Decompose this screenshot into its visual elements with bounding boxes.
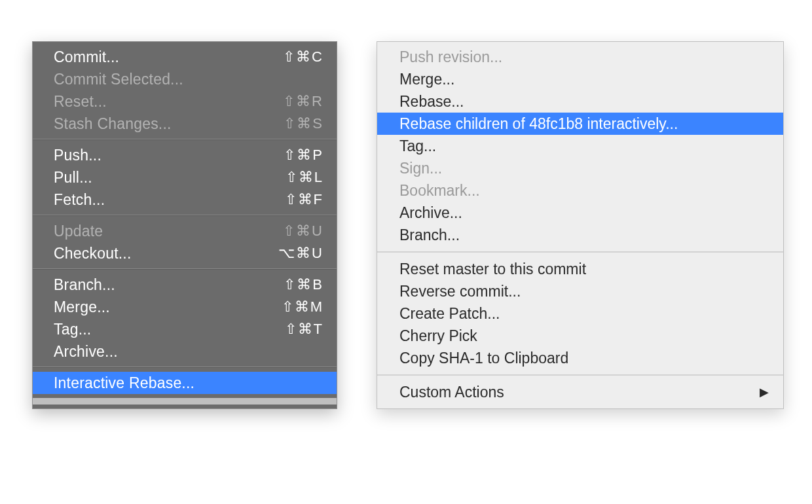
context-item-merge[interactable]: Merge... <box>377 68 783 90</box>
menu-item-label: Fetch... <box>54 191 105 209</box>
menu-item-label: Interactive Rebase... <box>54 374 194 392</box>
context-item-tag[interactable]: Tag... <box>377 135 783 157</box>
context-item-push-revision: Push revision... <box>377 46 783 68</box>
menu-item-push[interactable]: Push... ⇧⌘P <box>33 144 337 166</box>
context-item-custom-actions[interactable]: Custom Actions ▶ <box>377 381 783 403</box>
context-item-reset-master[interactable]: Reset master to this commit <box>377 258 783 280</box>
menu-item-label: Merge... <box>54 298 110 316</box>
context-item-rebase[interactable]: Rebase... <box>377 90 783 113</box>
menu-item-shortcut: ⇧⌘S <box>284 115 323 132</box>
menu-item-update: Update ⇧⌘U <box>33 220 337 242</box>
menu-item-label: Archive... <box>399 204 462 222</box>
menu-item-tag[interactable]: Tag... ⇧⌘T <box>33 318 337 340</box>
menu-item-label: Bookmark... <box>399 182 480 200</box>
menu-item-label: Merge... <box>399 71 454 88</box>
context-item-sign: Sign... <box>377 157 783 179</box>
menu-item-commit[interactable]: Commit... ⇧⌘C <box>33 46 337 68</box>
menu-item-label: Rebase... <box>399 93 464 111</box>
menu-item-label: Tag... <box>399 137 436 155</box>
menu-item-label: Copy SHA-1 to Clipboard <box>399 350 568 367</box>
menu-item-label: Update <box>54 223 103 240</box>
context-item-bookmark: Bookmark... <box>377 179 783 202</box>
context-item-reverse-commit[interactable]: Reverse commit... <box>377 280 783 302</box>
menu-footer-strip <box>33 398 337 405</box>
menu-item-shortcut: ⌥⌘U <box>278 245 323 262</box>
menu-item-label: Create Patch... <box>399 305 500 323</box>
menu-item-shortcut: ⇧⌘F <box>285 191 323 208</box>
menu-item-merge[interactable]: Merge... ⇧⌘M <box>33 296 337 318</box>
context-item-cherry-pick[interactable]: Cherry Pick <box>377 325 783 347</box>
menu-item-checkout[interactable]: Checkout... ⌥⌘U <box>33 242 337 264</box>
menu-separator <box>33 367 337 368</box>
menu-item-label: Reset... <box>54 93 107 111</box>
context-item-branch[interactable]: Branch... <box>377 224 783 246</box>
menu-item-branch[interactable]: Branch... ⇧⌘B <box>33 274 337 296</box>
menu-separator <box>33 215 337 216</box>
menu-item-shortcut: ⇧⌘T <box>285 321 323 338</box>
menu-item-label: Custom Actions <box>399 384 504 401</box>
context-item-create-patch[interactable]: Create Patch... <box>377 302 783 325</box>
menu-item-label: Archive... <box>54 343 118 361</box>
commit-context-menu[interactable]: Push revision... Merge... Rebase... Reba… <box>377 41 784 409</box>
context-item-rebase-children-interactive[interactable]: Rebase children of 48fc1b8 interactively… <box>377 113 783 135</box>
menu-item-label: Push revision... <box>399 48 502 66</box>
menu-item-reset: Reset... ⇧⌘R <box>33 90 337 113</box>
menu-separator <box>377 374 783 376</box>
menu-item-label: Reverse commit... <box>399 283 521 300</box>
menu-item-label: Branch... <box>54 276 115 294</box>
menu-item-interactive-rebase[interactable]: Interactive Rebase... <box>33 372 337 394</box>
submenu-arrow-icon: ▶ <box>760 385 769 399</box>
menu-item-label: Push... <box>54 147 101 164</box>
menu-item-label: Rebase children of 48fc1b8 interactively… <box>399 115 678 133</box>
menu-item-shortcut: ⇧⌘B <box>284 276 323 293</box>
menu-item-shortcut: ⇧⌘L <box>286 169 323 186</box>
menu-item-label: Tag... <box>54 321 91 338</box>
menu-item-shortcut: ⇧⌘R <box>283 93 323 110</box>
menu-item-commit-selected: Commit Selected... <box>33 68 337 90</box>
actions-menu[interactable]: Commit... ⇧⌘C Commit Selected... Reset..… <box>32 41 337 409</box>
menu-item-label: Stash Changes... <box>54 115 172 133</box>
menu-item-label: Commit Selected... <box>54 71 183 88</box>
menu-item-label: Checkout... <box>54 245 132 262</box>
menu-item-label: Commit... <box>54 48 119 66</box>
menu-item-pull[interactable]: Pull... ⇧⌘L <box>33 166 337 189</box>
context-item-archive[interactable]: Archive... <box>377 202 783 224</box>
menu-item-stash-changes: Stash Changes... ⇧⌘S <box>33 113 337 135</box>
menu-item-label: Reset master to this commit <box>399 261 586 278</box>
menu-item-fetch[interactable]: Fetch... ⇧⌘F <box>33 189 337 211</box>
menu-separator <box>377 251 783 253</box>
context-item-copy-sha1[interactable]: Copy SHA-1 to Clipboard <box>377 347 783 369</box>
menu-item-shortcut: ⇧⌘P <box>284 147 323 164</box>
menu-item-shortcut: ⇧⌘C <box>283 48 323 65</box>
menu-item-shortcut: ⇧⌘U <box>283 223 323 240</box>
menu-item-label: Branch... <box>399 226 460 244</box>
menu-separator <box>33 268 337 270</box>
menu-item-label: Sign... <box>399 160 442 177</box>
menu-separator <box>33 139 337 140</box>
menu-item-archive[interactable]: Archive... <box>33 340 337 363</box>
menu-item-label: Pull... <box>54 169 92 187</box>
menu-item-shortcut: ⇧⌘M <box>282 298 323 315</box>
menu-item-label: Cherry Pick <box>399 327 477 345</box>
